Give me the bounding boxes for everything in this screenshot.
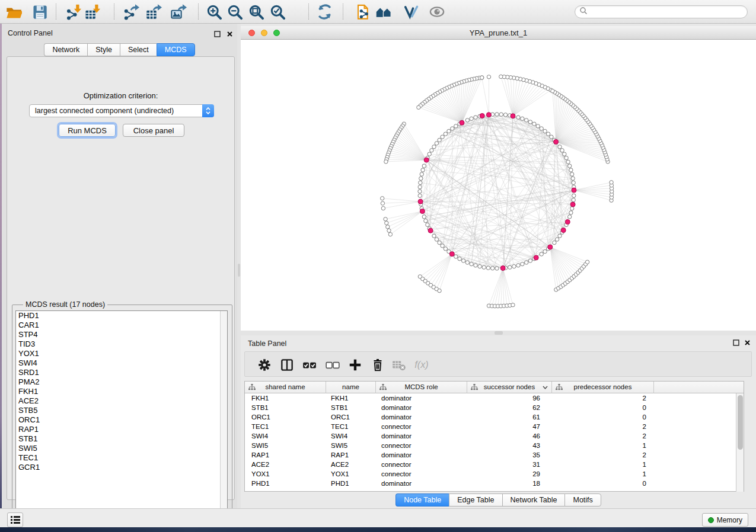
cell-predecessor-nodes[interactable]: 0 [552, 479, 654, 488]
cell-name[interactable]: ACE2 [326, 460, 376, 469]
mcds-result-item[interactable]: PMA2 [16, 377, 227, 387]
cell-MCDS-role[interactable]: dominator [376, 431, 467, 441]
cell-MCDS-role[interactable]: connector [376, 441, 467, 450]
cell-shared-name[interactable]: RAP1 [245, 450, 326, 460]
cell-name[interactable]: SWI4 [326, 431, 376, 441]
cell-MCDS-role[interactable]: connector [376, 460, 467, 469]
table-row-RAP1[interactable]: RAP1RAP1dominator352 [245, 450, 654, 460]
splitter-handle[interactable] [495, 331, 503, 335]
mcds-result-item[interactable]: GCR1 [16, 463, 227, 472]
cell-MCDS-role[interactable]: dominator [376, 393, 467, 403]
table-row-ACE2[interactable]: ACE2ACE2connector311 [245, 460, 654, 469]
cell-successor-nodes[interactable]: 31 [467, 460, 552, 469]
cell-name[interactable]: PHD1 [326, 479, 376, 488]
cell-predecessor-nodes[interactable]: 0 [552, 403, 654, 412]
table-scrollbar[interactable] [736, 393, 744, 492]
cell-name[interactable]: TEC1 [326, 422, 376, 431]
cell-successor-nodes[interactable]: 18 [467, 479, 552, 488]
import-table-button[interactable] [83, 3, 101, 21]
open-file-button[interactable] [5, 3, 23, 21]
mcds-result-item[interactable]: SWI4 [16, 358, 227, 368]
select-all-button[interactable] [301, 356, 318, 374]
mcds-result-item[interactable]: STB5 [16, 406, 227, 415]
zoom-out-button[interactable] [226, 3, 244, 21]
cell-shared-name[interactable]: TEC1 [245, 422, 326, 431]
cell-name[interactable]: STB1 [326, 403, 376, 412]
column-header-shared-name[interactable]: shared name [245, 382, 326, 393]
zoom-in-button[interactable] [205, 3, 223, 21]
cell-predecessor-nodes[interactable]: 2 [552, 422, 654, 431]
cell-MCDS-role[interactable]: dominator [376, 479, 467, 488]
column-header-MCDS-role[interactable]: MCDS role [376, 382, 467, 393]
table-row-ORC1[interactable]: ORC1ORC1dominator610 [245, 412, 654, 422]
add-button[interactable] [346, 356, 364, 374]
tab-mcds[interactable]: MCDS [157, 43, 195, 56]
cell-successor-nodes[interactable]: 35 [467, 450, 552, 460]
cell-MCDS-role[interactable]: dominator [376, 412, 467, 422]
table-row-FKH1[interactable]: FKH1FKH1dominator962 [245, 393, 654, 403]
result-list-scrollbar[interactable] [220, 311, 227, 517]
mcds-result-item[interactable]: SWI5 [16, 444, 227, 453]
cell-MCDS-role[interactable]: connector [376, 469, 467, 479]
cell-predecessor-nodes[interactable]: 2 [552, 450, 654, 460]
cell-successor-nodes[interactable]: 43 [467, 441, 552, 450]
table-row-SWI4[interactable]: SWI4SWI4dominator462 [245, 431, 654, 441]
table-row-SWI5[interactable]: SWI5SWI5connector431 [245, 441, 654, 450]
cell-successor-nodes[interactable]: 29 [467, 469, 552, 479]
table-row-TEC1[interactable]: TEC1TEC1connector472 [245, 422, 654, 431]
cell-shared-name[interactable]: SWI5 [245, 441, 326, 450]
zoom-fit-button[interactable] [247, 3, 265, 21]
column-header-name[interactable]: name [326, 382, 376, 393]
cell-successor-nodes[interactable]: 62 [467, 403, 552, 412]
close-panel-button[interactable]: Close panel [123, 124, 184, 137]
mcds-result-item[interactable]: PHD1 [16, 311, 227, 321]
cell-successor-nodes[interactable]: 61 [467, 412, 552, 422]
table-row-PHD1[interactable]: PHD1PHD1dominator180 [245, 479, 654, 488]
cell-predecessor-nodes[interactable]: 2 [552, 431, 654, 441]
deselect-all-button[interactable] [324, 356, 342, 374]
gear-button[interactable] [256, 356, 273, 374]
cell-name[interactable]: RAP1 [326, 450, 376, 460]
tab-motifs[interactable]: Motifs [564, 493, 601, 507]
close-panel-icon[interactable] [226, 30, 234, 37]
close-panel-icon[interactable] [744, 338, 751, 346]
cell-shared-name[interactable]: YOX1 [245, 469, 326, 479]
mcds-result-item[interactable]: TEC1 [16, 453, 227, 463]
mcds-result-item[interactable]: TID3 [16, 339, 227, 349]
export-image-button[interactable] [170, 3, 187, 21]
first-neighbors-button[interactable] [375, 3, 393, 21]
cell-MCDS-role[interactable]: dominator [376, 450, 467, 460]
mcds-result-item[interactable]: ACE2 [16, 396, 227, 406]
delete-button[interactable] [369, 356, 387, 374]
horizontal-splitter[interactable] [241, 331, 756, 335]
run-mcds-button[interactable]: Run MCDS [59, 124, 116, 137]
cell-name[interactable]: FKH1 [326, 393, 376, 403]
network-canvas[interactable] [241, 40, 756, 331]
mcds-result-item[interactable]: YOX1 [16, 349, 227, 358]
hide-graphics-details-button[interactable] [402, 3, 420, 21]
criterion-dropdown[interactable]: largest connected component (undirected) [29, 104, 214, 117]
mcds-result-item[interactable]: ORC1 [16, 415, 227, 425]
save-session-button[interactable] [31, 3, 49, 21]
cell-shared-name[interactable]: STB1 [245, 403, 326, 412]
mcds-result-item[interactable]: SRD1 [16, 368, 227, 377]
columns-button[interactable] [278, 356, 296, 374]
float-panel-icon[interactable] [213, 30, 221, 37]
search-input[interactable] [588, 7, 747, 17]
scrollbar-thumb[interactable] [738, 395, 743, 450]
cell-shared-name[interactable]: ORC1 [245, 412, 326, 422]
memory-button[interactable]: Memory [702, 513, 748, 527]
cell-name[interactable]: ORC1 [326, 412, 376, 422]
cell-predecessor-nodes[interactable]: 0 [552, 412, 654, 422]
cell-predecessor-nodes[interactable]: 2 [552, 393, 654, 403]
table-row-STB1[interactable]: STB1STB1dominator620 [245, 403, 654, 412]
mcds-result-item[interactable]: FKH1 [16, 387, 227, 396]
cell-shared-name[interactable]: ACE2 [245, 460, 326, 469]
table-row-YOX1[interactable]: YOX1YOX1connector291 [245, 469, 654, 479]
cell-successor-nodes[interactable]: 96 [467, 393, 552, 403]
export-table-button[interactable] [145, 3, 162, 21]
cell-successor-nodes[interactable]: 47 [467, 422, 552, 431]
import-network-button[interactable] [64, 3, 82, 21]
tab-select[interactable]: Select [120, 43, 157, 56]
mcds-result-item[interactable]: RAP1 [16, 425, 227, 434]
